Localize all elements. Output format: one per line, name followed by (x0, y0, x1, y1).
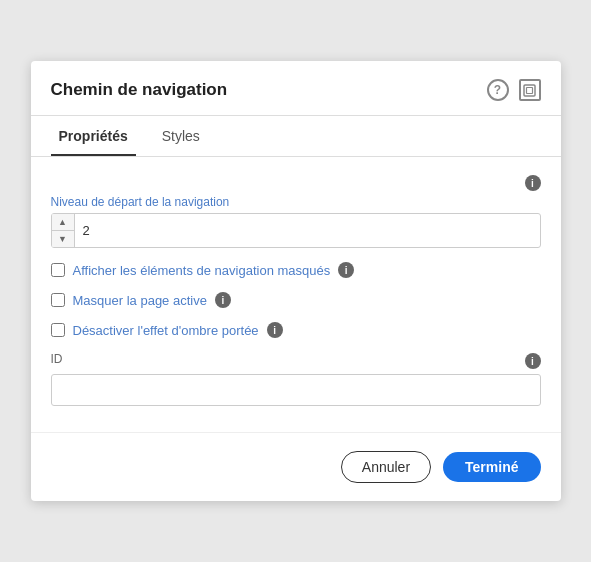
checkbox-ombre[interactable] (51, 323, 65, 337)
dialog-body: i Niveau de départ de la navigation ▲ ▼ … (31, 157, 561, 416)
spinner-buttons: ▲ ▼ (52, 214, 75, 247)
checkbox-active[interactable] (51, 293, 65, 307)
help-icon[interactable]: ? (487, 79, 509, 101)
checkbox-active-info-icon[interactable]: i (215, 292, 231, 308)
id-input[interactable] (51, 374, 541, 406)
id-field-header: ID i (51, 352, 541, 370)
niveau-input-group: ▲ ▼ (51, 213, 541, 248)
checkbox-active-label[interactable]: Masquer la page active (73, 293, 207, 308)
id-label: ID (51, 352, 63, 366)
spinner-up-button[interactable]: ▲ (52, 214, 74, 230)
niveau-info-icon[interactable]: i (525, 175, 541, 191)
done-button[interactable]: Terminé (443, 452, 540, 482)
chemin-navigation-dialog: Chemin de navigation ? Propriétés Styles… (31, 61, 561, 501)
checkbox-masques-info-icon[interactable]: i (338, 262, 354, 278)
tab-styles[interactable]: Styles (154, 116, 208, 156)
header-icons: ? (487, 79, 541, 101)
dialog-footer: Annuler Terminé (31, 432, 561, 501)
checkbox-ombre-label[interactable]: Désactiver l'effet d'ombre portée (73, 323, 259, 338)
id-section: ID i (51, 352, 541, 406)
niveau-input[interactable] (75, 218, 540, 243)
expand-icon[interactable] (519, 79, 541, 101)
dialog-header: Chemin de navigation ? (31, 61, 561, 116)
checkbox-row-masques: Afficher les éléments de navigation masq… (51, 262, 541, 278)
svg-rect-0 (524, 85, 535, 96)
checkbox-row-active: Masquer la page active i (51, 292, 541, 308)
svg-rect-1 (527, 87, 533, 93)
tab-proprietes[interactable]: Propriétés (51, 116, 136, 156)
top-info-row: i (51, 175, 541, 191)
checkbox-masques-label[interactable]: Afficher les éléments de navigation masq… (73, 263, 331, 278)
tabs-bar: Propriétés Styles (31, 116, 561, 157)
cancel-button[interactable]: Annuler (341, 451, 431, 483)
checkbox-row-ombre: Désactiver l'effet d'ombre portée i (51, 322, 541, 338)
checkbox-masques[interactable] (51, 263, 65, 277)
spinner-down-button[interactable]: ▼ (52, 231, 74, 247)
dialog-title: Chemin de navigation (51, 80, 228, 100)
checkbox-ombre-info-icon[interactable]: i (267, 322, 283, 338)
niveau-label: Niveau de départ de la navigation (51, 195, 541, 209)
id-info-icon[interactable]: i (525, 353, 541, 369)
